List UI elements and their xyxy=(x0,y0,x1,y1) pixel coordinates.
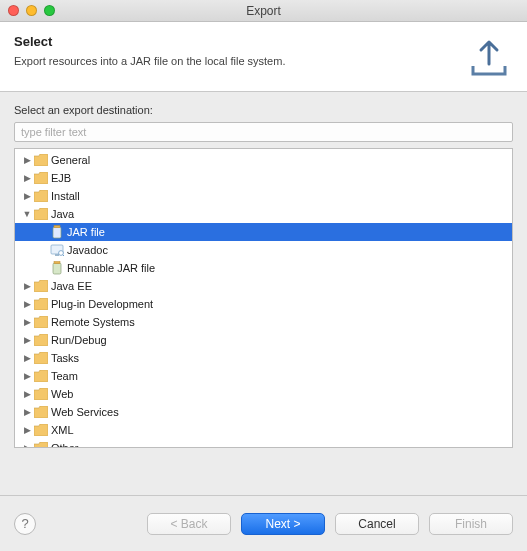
window-controls xyxy=(8,5,55,16)
folder-icon xyxy=(33,154,49,166)
tree-folder[interactable]: ▶Plug-in Development xyxy=(15,295,512,313)
tree-leaf[interactable]: Runnable JAR file xyxy=(15,259,512,277)
folder-icon xyxy=(33,316,49,328)
svg-rect-6 xyxy=(54,262,60,264)
folder-icon xyxy=(33,406,49,418)
tree-item-label: XML xyxy=(51,424,74,436)
chevron-right-icon[interactable]: ▶ xyxy=(21,317,33,327)
tree-folder[interactable]: ▼Java xyxy=(15,205,512,223)
tree-item-label: Install xyxy=(51,190,80,202)
tree-folder[interactable]: ▶Java EE xyxy=(15,277,512,295)
wizard-header: Select Export resources into a JAR file … xyxy=(0,22,527,92)
tree-folder[interactable]: ▶Web xyxy=(15,385,512,403)
tree-item-label: JAR file xyxy=(67,226,105,238)
tree-item-label: Team xyxy=(51,370,78,382)
finish-button: Finish xyxy=(429,513,513,535)
svg-rect-1 xyxy=(54,226,60,228)
tree-folder[interactable]: ▶Web Services xyxy=(15,403,512,421)
page-subtitle: Export resources into a JAR file on the … xyxy=(14,55,513,67)
folder-icon xyxy=(33,352,49,364)
window-title: Export xyxy=(246,4,281,18)
jar-icon xyxy=(49,225,65,239)
chevron-right-icon[interactable]: ▶ xyxy=(21,155,33,165)
chevron-right-icon[interactable]: ▶ xyxy=(21,407,33,417)
chevron-right-icon[interactable]: ▶ xyxy=(21,389,33,399)
tree-item-label: Java xyxy=(51,208,74,220)
minimize-icon[interactable] xyxy=(26,5,37,16)
folder-icon xyxy=(33,370,49,382)
tree-item-label: Remote Systems xyxy=(51,316,135,328)
tree-item-label: Run/Debug xyxy=(51,334,107,346)
folder-icon xyxy=(33,334,49,346)
chevron-right-icon[interactable]: ▶ xyxy=(21,335,33,345)
jar-icon xyxy=(49,261,65,275)
tree-folder[interactable]: ▶XML xyxy=(15,421,512,439)
chevron-right-icon[interactable]: ▶ xyxy=(21,173,33,183)
folder-icon xyxy=(33,424,49,436)
tree-item-label: Tasks xyxy=(51,352,79,364)
svg-rect-3 xyxy=(55,254,59,256)
tree-item-label: Web Services xyxy=(51,406,119,418)
tree-folder[interactable]: ▶Run/Debug xyxy=(15,331,512,349)
tree-item-label: EJB xyxy=(51,172,71,184)
destination-label: Select an export destination: xyxy=(14,104,513,116)
tree-item-label: Web xyxy=(51,388,73,400)
tree-item-label: Other xyxy=(51,442,79,448)
chevron-right-icon[interactable]: ▶ xyxy=(21,425,33,435)
tree-item-label: General xyxy=(51,154,90,166)
back-button: < Back xyxy=(147,513,231,535)
folder-icon xyxy=(33,208,49,220)
folder-icon xyxy=(33,388,49,400)
tree-folder[interactable]: ▶Tasks xyxy=(15,349,512,367)
chevron-right-icon[interactable]: ▶ xyxy=(21,443,33,448)
wizard-footer: ? < Back Next > Cancel Finish xyxy=(0,495,527,551)
tree-folder[interactable]: ▶Remote Systems xyxy=(15,313,512,331)
chevron-down-icon[interactable]: ▼ xyxy=(21,209,33,219)
chevron-right-icon[interactable]: ▶ xyxy=(21,191,33,201)
titlebar: Export xyxy=(0,0,527,22)
export-tree[interactable]: ▶General▶EJB▶Install▼JavaJAR fileJavadoc… xyxy=(14,148,513,448)
tree-leaf[interactable]: JAR file xyxy=(15,223,512,241)
tree-item-label: Runnable JAR file xyxy=(67,262,155,274)
svg-point-4 xyxy=(59,250,64,255)
folder-icon xyxy=(33,172,49,184)
tree-leaf[interactable]: Javadoc xyxy=(15,241,512,259)
tree-folder[interactable]: ▶EJB xyxy=(15,169,512,187)
chevron-right-icon[interactable]: ▶ xyxy=(21,371,33,381)
tree-item-label: Java EE xyxy=(51,280,92,292)
folder-icon xyxy=(33,280,49,292)
tree-item-label: Plug-in Development xyxy=(51,298,153,310)
zoom-icon[interactable] xyxy=(44,5,55,16)
javadoc-icon xyxy=(49,244,65,257)
tree-folder[interactable]: ▶Other xyxy=(15,439,512,448)
chevron-right-icon[interactable]: ▶ xyxy=(21,353,33,363)
close-icon[interactable] xyxy=(8,5,19,16)
cancel-button[interactable]: Cancel xyxy=(335,513,419,535)
filter-input[interactable] xyxy=(14,122,513,142)
page-title: Select xyxy=(14,34,513,49)
tree-item-label: Javadoc xyxy=(67,244,108,256)
chevron-right-icon[interactable]: ▶ xyxy=(21,281,33,291)
chevron-right-icon[interactable]: ▶ xyxy=(21,299,33,309)
help-button[interactable]: ? xyxy=(14,513,36,535)
next-button[interactable]: Next > xyxy=(241,513,325,535)
tree-folder[interactable]: ▶General xyxy=(15,151,512,169)
folder-icon xyxy=(33,442,49,448)
tree-folder[interactable]: ▶Install xyxy=(15,187,512,205)
folder-icon xyxy=(33,298,49,310)
svg-rect-5 xyxy=(53,263,61,274)
svg-rect-0 xyxy=(53,227,61,238)
export-icon xyxy=(465,32,513,82)
wizard-body: Select an export destination: ▶General▶E… xyxy=(0,92,527,448)
folder-icon xyxy=(33,190,49,202)
tree-folder[interactable]: ▶Team xyxy=(15,367,512,385)
